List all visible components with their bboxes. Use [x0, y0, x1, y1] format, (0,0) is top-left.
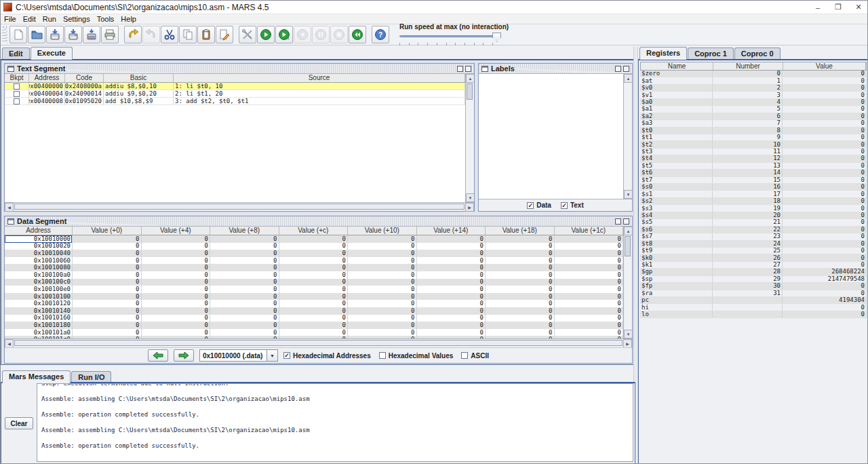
toolbar-grip[interactable]: [2, 26, 7, 43]
option-ascii[interactable]: ASCII: [461, 352, 489, 360]
register-value-cell[interactable]: 0: [783, 163, 867, 169]
tab-coproc-1[interactable]: Coproc 1: [688, 47, 734, 60]
memory-value-cell[interactable]: 0: [142, 235, 211, 243]
memory-value-cell[interactable]: 0: [210, 257, 279, 265]
register-value-cell[interactable]: 0: [783, 205, 867, 211]
clear-button[interactable]: Clear: [5, 417, 33, 429]
menu-help[interactable]: Help: [117, 15, 140, 23]
memory-value-cell[interactable]: 0: [348, 235, 417, 243]
new-file-button[interactable]: [9, 26, 27, 43]
memory-value-cell[interactable]: 0: [210, 315, 279, 322]
slider-thumb[interactable]: [492, 33, 501, 42]
register-row[interactable]: $s7230: [640, 233, 867, 240]
open-file-button[interactable]: [28, 26, 45, 43]
register-value-cell[interactable]: 0: [783, 85, 867, 91]
frame-maximize-icon[interactable]: [623, 218, 629, 225]
memory-value-cell[interactable]: 0: [348, 279, 417, 286]
memory-value-cell[interactable]: 0: [279, 307, 349, 315]
text-segment-titlebar[interactable]: Text Segment: [5, 64, 474, 74]
memory-value-cell[interactable]: 0: [142, 271, 211, 279]
register-row[interactable]: $a370: [640, 120, 867, 127]
register-value-cell[interactable]: 2147479548: [783, 276, 867, 282]
register-value-cell[interactable]: 0: [783, 141, 867, 147]
memory-value-cell[interactable]: 0: [417, 243, 486, 250]
register-value-cell[interactable]: 0: [783, 99, 867, 105]
horizontal-splitter[interactable]: [1, 365, 635, 370]
register-value-cell[interactable]: 0: [783, 128, 867, 134]
memory-value-cell[interactable]: 0: [210, 235, 279, 243]
option-hexadecimal-values[interactable]: Hexadecimal Values: [379, 352, 454, 360]
memory-value-cell[interactable]: 0: [210, 329, 279, 336]
help-button[interactable]: ?: [372, 26, 389, 43]
memory-value-cell[interactable]: 0: [279, 315, 349, 322]
scroll-left-icon[interactable]: ◀: [5, 203, 14, 212]
scroll-right-icon[interactable]: ▶: [465, 203, 474, 212]
register-row[interactable]: $s4200: [640, 212, 867, 219]
register-value-cell[interactable]: 0: [783, 106, 867, 112]
menu-file[interactable]: File: [1, 15, 20, 23]
memory-value-cell[interactable]: 0: [486, 235, 555, 243]
scroll-down-icon[interactable]: ▼: [624, 190, 632, 199]
column-header[interactable]: Value (+4): [142, 227, 211, 235]
memory-value-cell[interactable]: 0: [73, 322, 142, 329]
register-row[interactable]: $at10: [640, 77, 867, 84]
checkbox-icon[interactable]: ✓: [283, 352, 290, 359]
find-replace-button[interactable]: [216, 26, 233, 43]
breakpoint-checkbox[interactable]: [14, 98, 20, 104]
memory-base-combobox[interactable]: 0x10010000 (.data) ▼: [199, 349, 278, 362]
memory-value-cell[interactable]: 0: [73, 315, 142, 322]
data-segment-hscrollbar[interactable]: ◀ ▶: [5, 339, 632, 347]
register-row[interactable]: $t4120: [640, 155, 867, 162]
memory-value-cell[interactable]: 0: [486, 279, 555, 286]
memory-value-cell[interactable]: 0: [348, 243, 417, 250]
memory-value-cell[interactable]: 0: [486, 293, 555, 301]
column-header[interactable]: Value (+c): [279, 227, 349, 235]
memory-value-cell[interactable]: 0: [73, 329, 142, 336]
memory-value-cell[interactable]: 0: [142, 307, 211, 315]
memory-value-cell[interactable]: 0: [210, 307, 279, 315]
data-segment-vscrollbar[interactable]: ▲ ▼: [623, 227, 632, 339]
prev-memory-button[interactable]: [148, 349, 168, 362]
text-segment-row[interactable]: 0x004000080x01095020add $10,$8,$93: add …: [5, 98, 465, 105]
messages-output[interactable]: Step: execution terminated due to null i…: [37, 383, 633, 462]
memory-value-cell[interactable]: 0: [73, 257, 142, 265]
memory-value-cell[interactable]: 0: [142, 279, 211, 286]
memory-value-cell[interactable]: 0: [486, 271, 555, 279]
data-segment-row[interactable]: 0x1001000000000000: [5, 235, 623, 243]
register-value-cell[interactable]: 0: [783, 304, 867, 310]
memory-value-cell[interactable]: 0: [279, 322, 349, 329]
frame-minimize-icon[interactable]: [457, 66, 463, 72]
memory-value-cell[interactable]: 0: [555, 243, 624, 250]
text-segment-hscrollbar[interactable]: ◀ ▶: [5, 202, 474, 211]
memory-value-cell[interactable]: 0: [279, 286, 349, 293]
menu-run[interactable]: Run: [39, 15, 60, 23]
memory-value-cell[interactable]: 0: [279, 257, 349, 265]
register-row[interactable]: $s2180: [640, 198, 867, 205]
register-row[interactable]: $zero00: [640, 71, 867, 77]
memory-value-cell[interactable]: 0: [142, 329, 211, 336]
memory-value-cell[interactable]: 0: [486, 315, 555, 322]
scroll-down-icon[interactable]: ▼: [466, 193, 474, 202]
memory-value-cell[interactable]: 0: [348, 307, 417, 315]
menu-edit[interactable]: Edit: [20, 15, 39, 23]
option-hexadecimal-addresses[interactable]: ✓Hexadecimal Addresses: [283, 352, 371, 360]
memory-value-cell[interactable]: 0: [417, 271, 486, 279]
memory-value-cell[interactable]: 0: [486, 250, 555, 257]
register-value-cell[interactable]: 0: [783, 170, 867, 176]
register-value-cell[interactable]: 0: [783, 184, 867, 190]
frame-maximize-icon[interactable]: [623, 66, 629, 72]
memory-value-cell[interactable]: 0: [486, 286, 555, 293]
checkbox-icon[interactable]: ✓: [561, 202, 568, 209]
text-segment-row[interactable]: 0x004000040x24090014addiu $9,$0,202: li …: [5, 90, 465, 98]
register-row[interactable]: $s3190: [640, 205, 867, 212]
data-segment-row[interactable]: 0x100100a000000000: [5, 271, 623, 279]
memory-value-cell[interactable]: 0: [417, 300, 486, 307]
register-row[interactable]: $t8240: [640, 241, 867, 248]
data-segment-row[interactable]: 0x100100e000000000: [5, 286, 623, 293]
menu-tools[interactable]: Tools: [94, 15, 118, 23]
frame-minimize-icon[interactable]: [615, 66, 621, 72]
register-row[interactable]: lo0: [640, 311, 867, 318]
memory-value-cell[interactable]: 0: [73, 279, 142, 286]
memory-value-cell[interactable]: 0: [417, 250, 486, 257]
memory-value-cell[interactable]: 0: [279, 235, 349, 243]
